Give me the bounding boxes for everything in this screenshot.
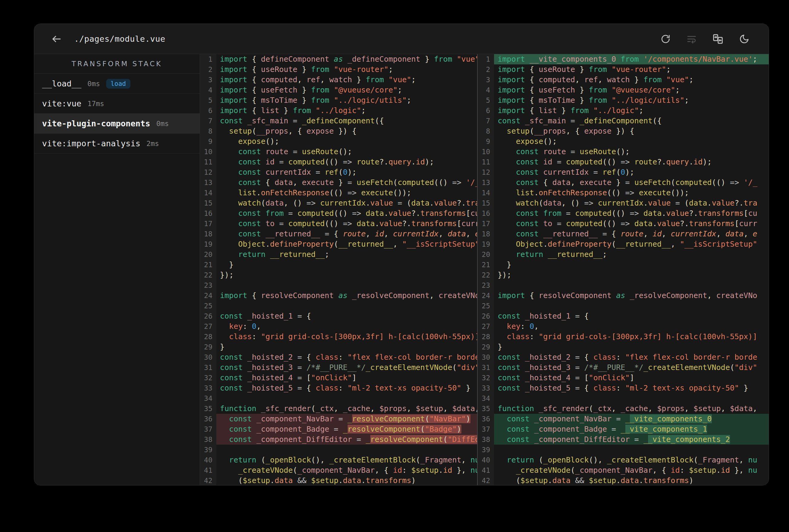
code-line: 42 ($setup.data && $setup.data.transform… (200, 475, 477, 485)
line-number: 9 (478, 136, 494, 147)
arrow-left-icon (51, 34, 62, 44)
code-text: const _hoisted_2 = { class: "flex flex-c… (216, 352, 477, 362)
sidebar-item-vite-plugin-components[interactable]: vite-plugin-components0ms (34, 114, 200, 134)
code-line: 35function _sfc_render(_ctx, _cache, $pr… (478, 403, 769, 414)
code-line: 14 list.onFetchResponse(() => execute())… (478, 188, 769, 198)
line-number: 33 (200, 383, 216, 393)
code-text: list.onFetchResponse(() => execute()); (216, 188, 477, 198)
code-text: const currentIdx = ref(0); (494, 167, 769, 177)
line-number: 34 (200, 393, 216, 403)
code-line: 32const _hoisted_4 = ["onClick"] (200, 373, 477, 383)
refresh-icon[interactable] (660, 34, 671, 44)
line-number: 20 (478, 249, 494, 260)
diff-changed-token: resolveComponent("Badge") (348, 425, 461, 434)
code-text: const _component_DiffEditor = _resolveCo… (216, 434, 477, 445)
code-text: import { list } from "../logic"; (216, 106, 477, 116)
code-text: import { resolveComponent as _resolveCom… (216, 290, 477, 301)
line-number: 36 (200, 414, 216, 424)
line-number: 14 (200, 188, 216, 198)
code-line: 2import { useRoute } from "vue-router"; (200, 64, 477, 75)
code-line: 40 return (_openBlock(), _createElementB… (200, 455, 477, 465)
code-text: const from = computed(() => data.value?.… (216, 208, 477, 218)
code-line: 11 const id = computed(() => route?.quer… (200, 157, 477, 167)
line-number: 21 (478, 260, 494, 270)
line-number: 6 (478, 106, 494, 116)
plugin-name: __load__ (42, 79, 81, 88)
code-line: 4import { useFetch } from "@vueuse/core"… (200, 85, 477, 95)
code-text: const _component_DiffEditor = __vite_com… (494, 434, 769, 445)
code-line: 15 watch(data, () => currentIdx.value = … (478, 198, 769, 208)
line-number: 42 (478, 475, 494, 485)
title-bar: ./pages/module.vue (34, 24, 769, 54)
code-line: 22}); (200, 270, 477, 280)
line-number: 19 (200, 239, 216, 249)
line-number: 2 (478, 64, 494, 75)
code-line: 39 (200, 445, 477, 455)
code-line: 36 const _component_NavBar = __vite_comp… (478, 414, 769, 424)
code-line: 23 (200, 280, 477, 290)
line-number: 19 (478, 239, 494, 249)
code-line: 34 (478, 393, 769, 403)
line-number: 25 (478, 301, 494, 311)
line-number: 32 (200, 373, 216, 383)
code-text: import { defineComponent as _defineCompo… (216, 54, 477, 64)
line-number: 9 (200, 136, 216, 147)
line-number: 15 (200, 198, 216, 208)
line-number: 27 (478, 321, 494, 331)
code-line: 41 _createVNode(_component_NavBar, { id:… (200, 465, 477, 475)
code-line: 33const _hoisted_5 = { class: "ml-2 text… (478, 383, 769, 393)
side-by-side-diff-icon[interactable] (713, 34, 723, 44)
code-line: 10 const route = useRoute(); (478, 147, 769, 157)
plugin-time: 0ms (88, 80, 100, 88)
code-line: 7const _sfc_main = _defineComponent({ (200, 116, 477, 126)
code-line: 22}); (478, 270, 769, 280)
code-line: 37 const _component_Badge = _resolveComp… (200, 424, 477, 434)
code-line: 23 (478, 280, 769, 290)
code-text: class: "grid grid-cols-[300px,3fr] h-[ca… (494, 331, 769, 342)
code-line: 21 } (478, 260, 769, 270)
line-number: 8 (200, 126, 216, 136)
code-text: Object.defineProperty(__returned__, "__i… (494, 239, 769, 249)
code-text (216, 301, 477, 311)
code-text: import { computed, ref, watch } from "vu… (494, 75, 769, 85)
code-line: 34 (200, 393, 477, 403)
code-text: const _hoisted_4 = ["onClick"] (494, 373, 769, 383)
code-line: 26const _hoisted_1 = { (478, 311, 769, 321)
code-line: 3import { computed, ref, watch } from "v… (478, 75, 769, 85)
sidebar-item-vite-import-analysis[interactable]: vite:import-analysis2ms (34, 134, 200, 154)
code-line: 25 (200, 301, 477, 311)
code-line: 30const _hoisted_2 = { class: "flex flex… (200, 352, 477, 362)
sidebar-item-vite-vue[interactable]: vite:vue17ms (34, 94, 200, 114)
code-text: }); (216, 270, 477, 280)
line-number: 22 (478, 270, 494, 280)
back-button[interactable] (51, 34, 62, 44)
code-line: 6import { list } from "../logic"; (478, 106, 769, 116)
dark-mode-icon[interactable] (739, 34, 749, 44)
code-text: import { useRoute } from "vue-router"; (494, 64, 769, 75)
code-line: 18 const __returned__ = { route, id, cur… (200, 229, 477, 239)
sidebar-item--load-[interactable]: __load__0msload (34, 74, 200, 94)
line-number: 26 (478, 311, 494, 321)
code-text (216, 445, 477, 455)
code-text: watch(data, () => currentIdx.value = (da… (494, 198, 769, 208)
wrap-lines-icon[interactable] (686, 34, 697, 44)
plugin-name: vite-plugin-components (42, 119, 150, 128)
line-number: 11 (200, 157, 216, 167)
code-line: 16 const from = computed(() => data.valu… (478, 208, 769, 218)
code-panel-after[interactable]: 1import __vite_components_0 from '/compo… (478, 54, 769, 485)
code-text: return (_openBlock(), _createElementBloc… (216, 455, 477, 465)
line-number: 15 (478, 198, 494, 208)
plugin-time: 17ms (88, 100, 104, 108)
code-text: import { list } from "../logic"; (494, 106, 769, 116)
line-number: 39 (478, 445, 494, 455)
line-number: 30 (200, 352, 216, 362)
code-text: const _component_Badge = __vite_componen… (494, 424, 769, 434)
code-text: const _hoisted_5 = { class: "ml-2 text-x… (494, 383, 769, 393)
code-text: } (494, 260, 769, 270)
line-number: 41 (478, 465, 494, 475)
code-line: 2import { useRoute } from "vue-router"; (478, 64, 769, 75)
code-text: class: "grid grid-cols-[300px,3fr] h-[ca… (216, 331, 477, 342)
code-line: 24import { resolveComponent as _resolveC… (200, 290, 477, 301)
code-line: 33const _hoisted_5 = { class: "ml-2 text… (200, 383, 477, 393)
code-panel-before[interactable]: 1import { defineComponent as _defineComp… (200, 54, 477, 485)
